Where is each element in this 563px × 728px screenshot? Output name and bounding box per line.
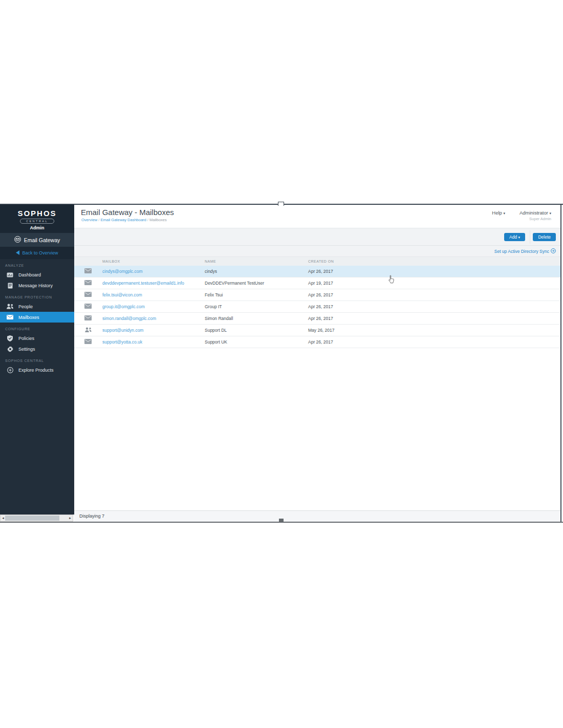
sync-icon — [551, 248, 556, 254]
brand-name: SOPHOS — [17, 209, 56, 218]
group-mailbox-icon — [84, 327, 92, 333]
sidebar-item-dashboard[interactable]: Dashboard — [0, 269, 74, 280]
email-gateway-icon — [14, 236, 21, 244]
sidebar-item-label: Explore Products — [18, 368, 54, 373]
table-header: MAILBOXNAMECREATED ON — [74, 257, 560, 266]
toolbar-divider — [530, 230, 530, 244]
main-content: Email Gateway - Mailboxes Overview / Ema… — [74, 205, 561, 522]
sidebar-nav: ANALYZEDashboardMessage HistoryMANAGE PR… — [0, 259, 74, 375]
breadcrumb: Overview / Email Gateway Dashboard / Mai… — [81, 218, 167, 222]
mailbox-name: Felix Tsui — [205, 292, 308, 297]
sidebar-item-label: Policies — [18, 336, 34, 341]
breadcrumb-item-email-gateway-dashboard[interactable]: Email Gateway Dashboard — [101, 218, 146, 222]
user-role: Super Admin — [519, 217, 551, 221]
sidebar-item-policies[interactable]: Policies — [0, 333, 74, 344]
mailbox-link[interactable]: cindys@omgplc.com — [102, 269, 143, 274]
table-row[interactable]: group.it@omgplc.comGroup ITApr 26, 2017 — [74, 301, 560, 313]
dashboard-icon — [6, 272, 14, 277]
table-row[interactable]: support@yotta.co.ukSupport UKApr 26, 201… — [74, 336, 560, 348]
mailbox-name: cindys — [205, 269, 308, 274]
sidebar-item-label: Mailboxes — [18, 315, 39, 320]
envelope-icon — [84, 268, 92, 274]
chevron-down-icon: ▾ — [518, 235, 520, 239]
mailbox-link[interactable]: support@unidyn.com — [102, 328, 143, 333]
window-bottom-border — [0, 522, 563, 523]
people-icon — [6, 304, 14, 309]
sidebar-section-header-analyze: ANALYZE — [0, 259, 74, 269]
app-window: SOPHOS CENTRAL Admin Email Gateway Back … — [0, 204, 563, 523]
created-date: Apr 26, 2017 — [308, 339, 560, 345]
sidebar-section-header-sophos-central: SOPHOS CENTRAL — [0, 354, 74, 365]
created-date: Apr 26, 2017 — [308, 269, 560, 274]
delete-button[interactable]: Delete — [533, 233, 556, 241]
created-date: Apr 26, 2017 — [308, 292, 560, 297]
table-row[interactable]: felix.tsui@vicon.comFelix TsuiApr 26, 20… — [74, 289, 560, 301]
help-menu[interactable]: Help ▾ — [492, 210, 505, 216]
status-bar: Displaying 7 — [74, 510, 560, 522]
mailbox-link[interactable]: devddevpermanent.testuser@emaild1.info — [102, 281, 184, 286]
sidebar-section-header-manage-protection: MANAGE PROTECTION — [0, 291, 74, 301]
sidebar: SOPHOS CENTRAL Admin Email Gateway Back … — [0, 205, 74, 515]
mailbox-link[interactable]: support@yotta.co.uk — [102, 339, 142, 345]
sidebar-item-label: People — [18, 304, 33, 309]
user-name: Administrator — [519, 210, 548, 216]
created-date: Apr 26, 2017 — [308, 316, 560, 321]
table-row[interactable]: cindys@omgplc.comcindysApr 26, 2017 — [74, 266, 560, 277]
mailbox-name: Simon Randall — [205, 316, 308, 321]
column-header-created-on[interactable]: CREATED ON — [308, 260, 560, 263]
column-header-name[interactable]: NAME — [205, 260, 308, 263]
sophos-logo: SOPHOS CENTRAL Admin — [0, 205, 74, 233]
mailbox-name: Support UK — [205, 339, 308, 345]
envelope-icon — [84, 339, 92, 345]
brand-product: CENTRAL — [20, 219, 54, 224]
sidebar-item-settings[interactable]: Settings — [0, 344, 74, 354]
sidebar-item-message-history[interactable]: Message History — [0, 280, 74, 291]
envelope-icon — [84, 280, 92, 286]
add-button[interactable]: Add ▾ — [504, 233, 525, 241]
breadcrumb-item-mailboxes: Mailboxes — [149, 218, 167, 222]
table-row[interactable]: devddevpermanent.testuser@emaild1.infoDe… — [74, 277, 560, 289]
settings-gear-icon — [6, 346, 14, 352]
sidebar-item-explore-products[interactable]: Explore Products — [0, 365, 74, 375]
mailbox-name: Support DL — [205, 328, 308, 333]
mailbox-name: Group IT — [205, 304, 308, 309]
sidebar-section-header-configure: CONFIGURE — [0, 323, 74, 333]
column-header-mailbox[interactable]: MAILBOX — [102, 260, 205, 263]
mouse-cursor-icon — [387, 275, 395, 286]
page-title: Email Gateway - Mailboxes — [81, 208, 174, 217]
scrollbar-thumb[interactable] — [5, 516, 59, 521]
page-header: Email Gateway - Mailboxes Overview / Ema… — [74, 205, 560, 228]
table-body: cindys@omgplc.comcindysApr 26, 2017devdd… — [74, 266, 560, 348]
sidebar-item-label: Dashboard — [18, 272, 41, 277]
sidebar-context-email-gateway[interactable]: Email Gateway — [0, 233, 74, 247]
created-date: May 26, 2017 — [308, 328, 560, 333]
mailbox-link[interactable]: simon.randall@omgplc.com — [102, 316, 156, 321]
envelope-icon — [84, 304, 92, 310]
back-link-label: Back to Overview — [22, 250, 58, 255]
back-arrow-icon — [16, 250, 19, 256]
horizontal-scrollbar[interactable]: ◄ ► — [0, 515, 73, 522]
mailbox-link[interactable]: felix.tsui@vicon.com — [102, 292, 142, 297]
chevron-down-icon: ▾ — [503, 211, 505, 215]
brand-edition: Admin — [30, 225, 45, 230]
table-row[interactable]: simon.randall@omgplc.comSimon RandallApr… — [74, 313, 560, 325]
scroll-right-arrow-icon[interactable]: ► — [68, 515, 73, 521]
back-to-overview-link[interactable]: Back to Overview — [0, 247, 74, 259]
table-row[interactable]: support@unidyn.comSupport DLMay 26, 2017 — [74, 325, 560, 336]
envelope-icon — [84, 292, 92, 298]
mailbox-name: DevDDEVPermanent TestUser — [205, 281, 308, 286]
sidebar-item-mailboxes[interactable]: Mailboxes — [0, 312, 74, 323]
envelope-icon — [84, 315, 92, 322]
user-menu[interactable]: Administrator ▾ Super Admin — [519, 210, 551, 221]
sidebar-item-people[interactable]: People — [0, 301, 74, 312]
active-directory-sync-link[interactable]: Set up Active Directory Sync — [494, 248, 556, 254]
sidebar-item-label: Settings — [18, 347, 35, 352]
help-label: Help — [492, 210, 502, 216]
mailbox-link[interactable]: group.it@omgplc.com — [102, 304, 145, 309]
breadcrumb-item-overview[interactable]: Overview — [81, 218, 97, 222]
sidebar-context-label: Email Gateway — [24, 237, 60, 243]
chevron-down-icon: ▾ — [549, 211, 551, 215]
displaying-count: Displaying 7 — [79, 513, 104, 519]
sidebar-item-label: Message History — [18, 283, 53, 288]
message-history-icon — [6, 283, 14, 289]
